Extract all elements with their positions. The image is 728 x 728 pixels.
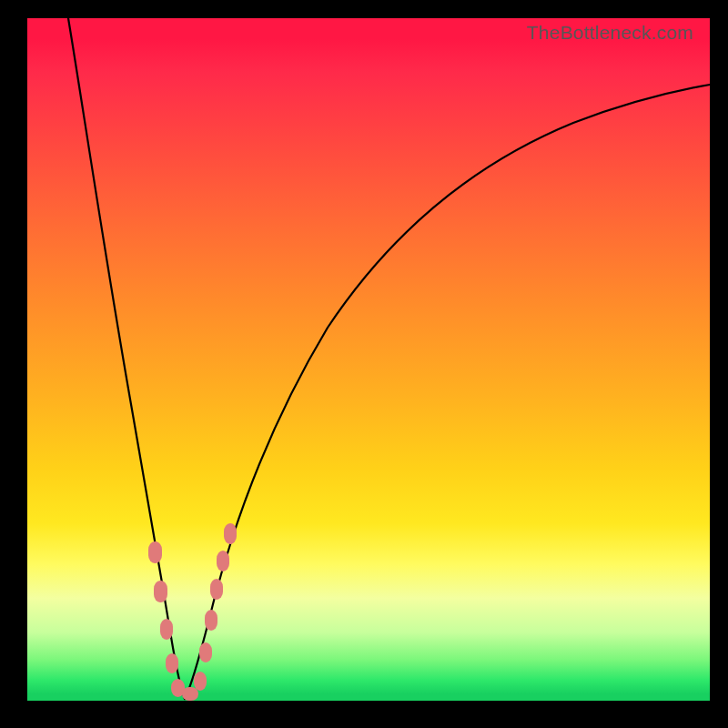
marker-point	[154, 581, 167, 602]
marker-point	[224, 523, 237, 544]
marker-point	[205, 610, 217, 631]
marker-point	[199, 642, 212, 662]
marker-point	[148, 541, 162, 563]
chart-frame: TheBottleneck.com	[0, 0, 728, 728]
marker-point	[166, 653, 178, 673]
gradient-plot-area: TheBottleneck.com	[27, 18, 710, 701]
marker-point	[210, 579, 223, 600]
marker-point	[160, 619, 173, 640]
marker-group	[148, 523, 237, 701]
marker-point	[194, 672, 207, 691]
bottleneck-curve-right	[185, 85, 710, 699]
marker-point	[217, 551, 229, 571]
marker-point	[182, 687, 198, 701]
bottleneck-curve-left	[68, 18, 185, 699]
curve-layer	[27, 18, 710, 701]
